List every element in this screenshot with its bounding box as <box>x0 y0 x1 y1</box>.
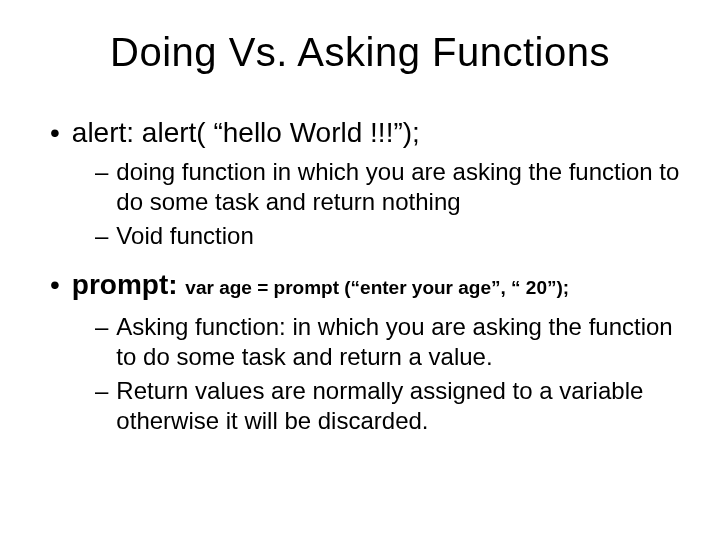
bullet-code-prompt: var age = prompt (“enter your age”, “ 20… <box>185 277 569 298</box>
sub-text-alert-2: Void function <box>116 221 690 251</box>
bullet-content: prompt: var age = prompt (“enter your ag… <box>72 267 690 306</box>
bullet-label-alert: alert: <box>72 117 142 148</box>
dash-mark: – <box>95 221 108 251</box>
sub-item: – doing function in which you are asking… <box>30 157 690 217</box>
sub-text-prompt-1: Asking function: in which you are asking… <box>116 312 690 372</box>
bullet-mark: • <box>50 267 60 306</box>
dash-mark: – <box>95 312 108 372</box>
slide-title: Doing Vs. Asking Functions <box>30 30 690 75</box>
sub-item: – Void function <box>30 221 690 251</box>
bullet-content: alert: alert( “hello World !!!”); <box>72 115 690 151</box>
bullet-prompt: • prompt: var age = prompt (“enter your … <box>30 267 690 306</box>
dash-mark: – <box>95 376 108 436</box>
bullet-label-prompt: prompt: <box>72 269 186 300</box>
sub-item: – Asking function: in which you are aski… <box>30 312 690 372</box>
sub-text-alert-1: doing function in which you are asking t… <box>116 157 690 217</box>
sub-item: – Return values are normally assigned to… <box>30 376 690 436</box>
dash-mark: – <box>95 157 108 217</box>
bullet-alert: • alert: alert( “hello World !!!”); <box>30 115 690 151</box>
bullet-mark: • <box>50 115 60 151</box>
bullet-code-alert: alert( “hello World !!!”); <box>142 117 420 148</box>
sub-text-prompt-2: Return values are normally assigned to a… <box>116 376 690 436</box>
